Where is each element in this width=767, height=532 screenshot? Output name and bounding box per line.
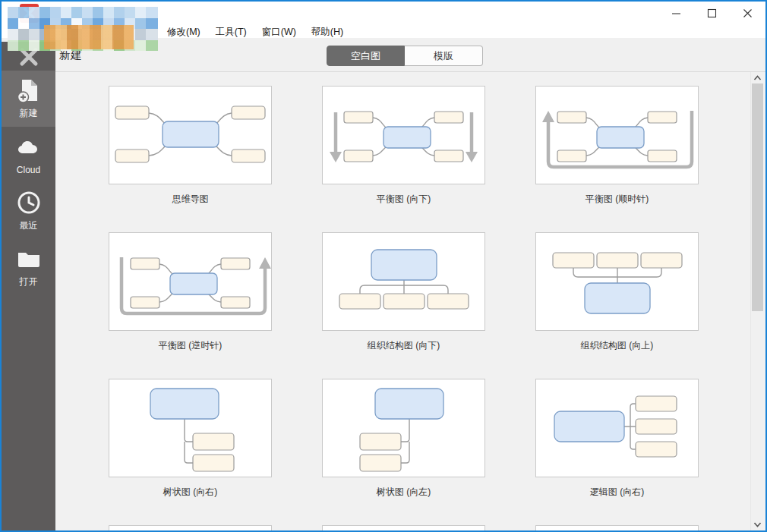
chevron-down-icon bbox=[753, 522, 762, 527]
thumbnail-org-chart-down bbox=[323, 233, 485, 330]
close-icon bbox=[743, 8, 753, 18]
sidebar-item-recent[interactable]: 最近 bbox=[2, 183, 55, 239]
tab-template[interactable]: 模版 bbox=[405, 46, 483, 66]
template-card-partial[interactable] bbox=[535, 525, 699, 530]
scroll-up-button[interactable] bbox=[751, 72, 764, 83]
minimize-button[interactable] bbox=[658, 2, 694, 24]
template-label: 平衡图 (顺时针) bbox=[535, 193, 699, 206]
template-card-org-chart-up[interactable]: 组织结构图 (向上) bbox=[535, 232, 699, 379]
thumbnail-org-chart-up bbox=[536, 233, 698, 330]
template-label: 逻辑图 (向右) bbox=[535, 486, 699, 499]
template-label: 平衡图 (逆时针) bbox=[109, 339, 272, 352]
thumbnail-balance-down bbox=[323, 87, 485, 184]
template-card-mindmap[interactable]: 思维导图 bbox=[109, 86, 272, 232]
template-card-logic-right[interactable]: 逻辑图 (向右) bbox=[535, 379, 699, 525]
template-card-balance-clockwise[interactable]: 平衡图 (顺时针) bbox=[535, 86, 699, 232]
template-grid: 思维导图 平衡 bbox=[55, 72, 750, 530]
sidebar: 新建 Cloud 最近 打开 bbox=[2, 42, 55, 530]
template-card-balance-down[interactable]: 平衡图 (向下) bbox=[322, 86, 485, 232]
app-window: 修改(M) 工具(T) 窗口(W) 帮助(H) bbox=[0, 0, 767, 532]
close-button[interactable] bbox=[730, 2, 765, 24]
template-label: 树状图 (向左) bbox=[322, 486, 485, 499]
template-label: 组织结构图 (向下) bbox=[322, 339, 485, 352]
sidebar-item-label: 打开 bbox=[20, 275, 38, 288]
maximize-button[interactable] bbox=[694, 2, 730, 24]
maximize-icon bbox=[707, 8, 717, 18]
template-card-balance-counterclockwise[interactable]: 平衡图 (逆时针) bbox=[109, 232, 272, 379]
minimize-icon bbox=[671, 8, 681, 18]
template-label: 思维导图 bbox=[109, 193, 272, 206]
sidebar-item-label: 新建 bbox=[20, 107, 38, 120]
thumbnail-mindmap bbox=[109, 87, 271, 184]
sidebar-item-label: Cloud bbox=[17, 165, 40, 175]
new-document-icon bbox=[16, 77, 42, 103]
template-panel: 思维导图 平衡 bbox=[55, 72, 750, 530]
window-controls bbox=[658, 2, 765, 24]
template-label: 组织结构图 (向上) bbox=[535, 339, 699, 352]
template-label: 平衡图 (向下) bbox=[322, 193, 485, 206]
template-card-org-chart-down[interactable]: 组织结构图 (向下) bbox=[322, 232, 485, 379]
tab-group: 空白图 模版 bbox=[327, 46, 483, 66]
folder-icon bbox=[16, 246, 42, 272]
scrollbar bbox=[750, 72, 763, 530]
censored-watermark bbox=[8, 7, 158, 51]
template-card-partial[interactable] bbox=[322, 525, 485, 530]
sidebar-item-cloud[interactable]: Cloud bbox=[2, 127, 55, 183]
scroll-down-button[interactable] bbox=[751, 519, 764, 530]
clock-icon bbox=[16, 190, 42, 216]
template-card-tree-right[interactable]: 树状图 (向右) bbox=[109, 379, 272, 525]
thumbnail-balance-clockwise bbox=[536, 87, 698, 184]
sidebar-item-new[interactable]: 新建 bbox=[2, 71, 55, 127]
tab-blank-map[interactable]: 空白图 bbox=[327, 46, 405, 66]
template-label: 树状图 (向右) bbox=[109, 486, 272, 499]
thumbnail-logic-right bbox=[536, 379, 698, 477]
template-card-tree-left[interactable]: 树状图 (向左) bbox=[322, 379, 485, 525]
thumbnail-tree-right bbox=[109, 379, 271, 477]
sidebar-item-open[interactable]: 打开 bbox=[2, 239, 55, 295]
chevron-up-icon bbox=[753, 75, 762, 80]
thumbnail-balance-counterclockwise bbox=[109, 233, 271, 330]
thumbnail-tree-left bbox=[323, 379, 485, 477]
sidebar-item-label: 最近 bbox=[20, 219, 38, 232]
cloud-icon bbox=[16, 135, 42, 161]
template-card-partial[interactable] bbox=[109, 525, 272, 530]
scrollbar-thumb[interactable] bbox=[752, 83, 763, 311]
